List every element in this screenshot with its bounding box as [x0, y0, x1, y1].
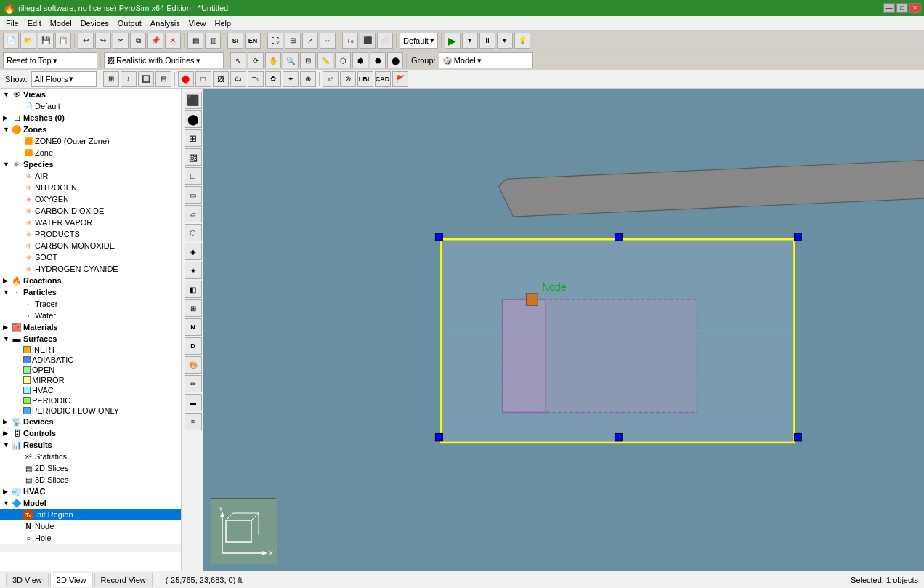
lbl-btn[interactable]: LBL [357, 71, 373, 87]
minimize-button[interactable]: — [883, 3, 895, 13]
view-tab-2d-view[interactable]: 2D View [50, 573, 93, 587]
tree-item[interactable]: ⚛NITROGEN [0, 182, 181, 193]
floor-btn2[interactable]: ↕ [121, 71, 137, 87]
tree-item[interactable]: ⚛CARBON DIOXIDE [0, 205, 181, 217]
rp-shape1[interactable]: ▱ [185, 205, 202, 222]
menu-item-help[interactable]: Help [210, 17, 235, 29]
tree-item[interactable]: ▼👁Views [0, 89, 181, 100]
tree-item[interactable]: ○Hole [0, 532, 181, 544]
tree-item[interactable]: ⚛HYDROGEN CYANIDE [0, 263, 181, 275]
pan-button[interactable]: ✋ [265, 52, 281, 68]
select-button[interactable]: ↖ [230, 52, 246, 68]
undo-button[interactable]: ↩ [78, 33, 94, 49]
rp-paint[interactable]: 🎨 [185, 356, 202, 374]
new-button[interactable]: 📄 [3, 33, 19, 49]
tree-item[interactable]: HVAC [0, 385, 181, 395]
tree-item[interactable]: PERIODIC FLOW ONLY [0, 406, 181, 416]
tree-item[interactable]: NNode [0, 520, 181, 532]
floor-dropdown[interactable]: All Floors ▾ [31, 71, 97, 87]
snap-btn1[interactable]: x² [323, 71, 339, 87]
vis-btn2[interactable]: □ [195, 71, 211, 87]
view-dropdown[interactable]: Reset to Top ▾ [3, 52, 97, 68]
pause-dropdown[interactable]: ▾ [497, 33, 513, 49]
default-dropdown[interactable]: Default ▾ [400, 33, 438, 49]
tree-item[interactable]: ▶🔥Reactions [0, 275, 181, 286]
tools4[interactable]: ↔ [320, 33, 336, 49]
tree-item[interactable]: ▼▬Surfaces [0, 333, 181, 345]
tree-item[interactable]: ▶📡Devices [0, 416, 181, 427]
tools2[interactable]: ⊞ [285, 33, 301, 49]
tree-item[interactable]: T₀Init Region [0, 509, 181, 520]
rp-outline2[interactable]: ▭ [185, 186, 202, 204]
tree-item[interactable]: ⚛CARBON MONOXIDE [0, 240, 181, 251]
paste-button[interactable]: 📌 [147, 33, 163, 49]
tree-item[interactable]: ▼⚛Species [0, 158, 181, 170]
floor-btn4[interactable]: ⊟ [155, 71, 171, 87]
cad-btn[interactable]: CAD [375, 71, 391, 87]
tree-item[interactable]: ▶💨HVAC [0, 486, 181, 497]
tree-item[interactable]: ⚛AIR [0, 170, 181, 182]
zoom-region[interactable]: ⊡ [300, 52, 316, 68]
menu-item-model[interactable]: Model [46, 17, 76, 29]
sim-button2[interactable]: EN [245, 33, 261, 49]
tools1[interactable]: ⛶ [267, 33, 283, 49]
run-button[interactable]: ▶ [445, 33, 461, 49]
rp-star[interactable]: ✦ [185, 262, 202, 279]
tree-item[interactable]: 📄Default [0, 100, 181, 112]
rp-outline1[interactable]: □ [185, 167, 202, 185]
tree-item[interactable]: PERIODIC [0, 395, 181, 406]
tree-item[interactable]: INERT [0, 345, 181, 355]
rp-misc[interactable]: ≡ [185, 413, 202, 430]
rp-sphere[interactable]: ⬤ [185, 110, 202, 128]
orbit-button[interactable]: ⟳ [248, 52, 264, 68]
rp-shape3[interactable]: ◈ [185, 243, 202, 260]
rp-param2[interactable]: ⊞ [185, 299, 202, 317]
rp-cube[interactable]: ⬛ [185, 92, 202, 109]
run-dropdown[interactable]: ▾ [462, 33, 478, 49]
tree-item[interactable]: 🟧ZONE0 (Outer Zone) [0, 135, 181, 147]
delete-button[interactable]: ✕ [165, 33, 181, 49]
rp-wireframe[interactable]: ⊞ [185, 129, 202, 147]
save-button[interactable]: 💾 [38, 33, 54, 49]
tree-item[interactable]: ⚛OXYGEN [0, 193, 181, 205]
menu-item-analysis[interactable]: Analysis [146, 17, 185, 29]
vis-btn7[interactable]: ✦ [283, 71, 299, 87]
group-button[interactable]: ▤ [187, 33, 203, 49]
zoom-button[interactable]: 🔍 [283, 52, 299, 68]
vis-btn1[interactable]: ⬤ [178, 71, 194, 87]
rp-text1[interactable]: N [185, 318, 202, 336]
tree-item[interactable]: ×²Statistics [0, 451, 181, 462]
rp-ruler[interactable]: ▬ [185, 394, 202, 411]
viewcube1[interactable]: ⬡ [335, 52, 351, 68]
tree-item[interactable]: ▤3D Slices [0, 474, 181, 486]
viewcube4[interactable]: ⬤ [387, 52, 403, 68]
tree-item[interactable]: ▼🟠Zones [0, 124, 181, 135]
close-button[interactable]: ✕ [909, 3, 921, 13]
menu-item-output[interactable]: Output [113, 17, 146, 29]
vis-btn8[interactable]: ⊕ [300, 71, 316, 87]
menu-item-file[interactable]: File [1, 17, 23, 29]
probe2-button[interactable]: ⬛ [360, 33, 376, 49]
copy-button[interactable]: ⧉ [130, 33, 146, 49]
vis-btn3[interactable]: 🖼 [213, 71, 229, 87]
menu-item-edit[interactable]: Edit [23, 17, 46, 29]
vis-btn6[interactable]: ✿ [265, 71, 281, 87]
tree-item[interactable]: ▼📊Results [0, 439, 181, 451]
tree-item[interactable]: ▼🔷Model [0, 497, 181, 509]
tree-item[interactable]: ·Tracer [0, 298, 181, 310]
pause-button[interactable]: ⏸ [479, 33, 495, 49]
rp-param1[interactable]: ◧ [185, 281, 202, 298]
tree-item[interactable]: ▶🎛Controls [0, 427, 181, 439]
flag-btn[interactable]: 🚩 [392, 71, 408, 87]
view-tab-3d-view[interactable]: 3D View [6, 573, 49, 587]
view-tab-record-view[interactable]: Record View [94, 573, 153, 587]
save-as-button[interactable]: 📋 [55, 33, 71, 49]
tree-item[interactable]: ⚛SOOT [0, 251, 181, 263]
floor-btn3[interactable]: 🔲 [138, 71, 154, 87]
redo-button[interactable]: ↪ [95, 33, 111, 49]
probe3-button[interactable]: ⬜ [377, 33, 393, 49]
viewcube3[interactable]: ⬣ [370, 52, 386, 68]
tree-item[interactable]: ADIABATIC [0, 355, 181, 365]
maximize-button[interactable]: □ [896, 3, 908, 13]
rp-shape2[interactable]: ⬡ [185, 224, 202, 241]
